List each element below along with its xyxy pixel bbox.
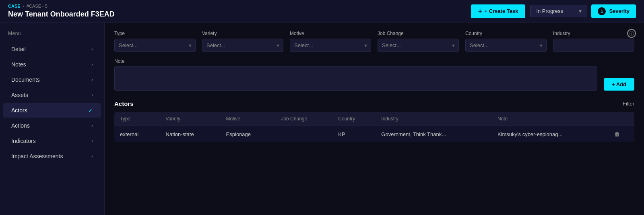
header-left: CASE › #CASE - 5 New Tenant Onboarded F3… xyxy=(8,4,115,19)
sidebar-item-indicators[interactable]: Indicators › xyxy=(3,134,101,148)
variety-label: Variety xyxy=(202,31,283,36)
severity-button[interactable]: 1 Severity xyxy=(591,4,636,18)
severity-label: Severity xyxy=(609,8,630,14)
create-task-button[interactable]: + + Create Task xyxy=(471,4,525,18)
motive-label: Motive xyxy=(290,31,371,36)
filter-button[interactable]: Filter xyxy=(623,101,634,107)
country-label: Country xyxy=(465,31,547,36)
type-label: Type xyxy=(114,31,196,36)
create-task-label: + Create Task xyxy=(484,8,518,14)
sidebar-item-actors-label: Actors xyxy=(11,107,27,114)
sidebar-item-documents[interactable]: Documents › xyxy=(3,72,101,87)
sidebar: Menu Detail › Notes › Documents › Assets… xyxy=(0,23,105,215)
country-select[interactable]: Select... xyxy=(465,39,547,52)
chevron-right-icon: › xyxy=(91,153,93,159)
col-country: Country xyxy=(332,112,376,126)
job-change-select-wrapper: Select... ▼ xyxy=(378,39,459,52)
chevron-right-icon: › xyxy=(91,77,93,83)
sidebar-menu-label: Menu xyxy=(0,31,104,41)
header: CASE › #CASE - 5 New Tenant Onboarded F3… xyxy=(0,0,644,23)
sidebar-item-detail[interactable]: Detail › xyxy=(3,42,101,56)
breadcrumb-case-id: #CASE - 5 xyxy=(27,4,47,8)
sidebar-item-assets-label: Assets xyxy=(11,92,28,98)
col-note: Note xyxy=(492,112,609,126)
actors-table: Type Variety Motive Job Change Country I… xyxy=(114,112,634,142)
actors-section-title: Actors xyxy=(114,100,134,107)
country-select-wrapper: Select... ▼ xyxy=(465,39,547,52)
sidebar-item-detail-label: Detail xyxy=(11,46,26,52)
col-variety: Variety xyxy=(160,112,221,126)
actors-table-head: Type Variety Motive Job Change Country I… xyxy=(114,112,634,126)
check-icon: ✓ xyxy=(88,107,93,114)
sidebar-item-impact-assessments[interactable]: Impact Assessments › xyxy=(3,149,101,163)
col-actions xyxy=(609,112,634,126)
cell-industry: Government, Think Thank... xyxy=(376,126,492,143)
sidebar-item-indicators-label: Indicators xyxy=(11,138,36,144)
severity-count-badge: 1 xyxy=(598,7,606,15)
info-icon[interactable]: ⓘ xyxy=(627,29,636,38)
sidebar-item-impact-assessments-label: Impact Assessments xyxy=(11,153,63,159)
motive-form-group: Motive Select... ▼ xyxy=(290,31,371,52)
industry-input[interactable] xyxy=(553,39,634,52)
sidebar-item-assets[interactable]: Assets › xyxy=(3,88,101,102)
actors-table-header-row: Type Variety Motive Job Change Country I… xyxy=(114,112,634,126)
status-select-wrapper: In Progress Open Closed Resolved ▼ xyxy=(530,5,586,17)
note-textarea[interactable] xyxy=(114,66,597,91)
status-select[interactable]: In Progress Open Closed Resolved xyxy=(530,5,586,17)
breadcrumb: CASE › #CASE - 5 xyxy=(8,4,115,8)
country-form-group: Country Select... ▼ xyxy=(465,31,547,52)
industry-form-group: Industry xyxy=(553,31,634,52)
delete-icon[interactable]: 🗑 xyxy=(614,131,620,137)
cell-note: Kimsuky's cyber-espionag... xyxy=(492,126,609,143)
motive-select-wrapper: Select... ▼ xyxy=(290,39,371,52)
chevron-right-icon: › xyxy=(91,92,93,98)
note-form-group: Note xyxy=(114,58,597,91)
actors-section-header: Actors Filter xyxy=(114,100,634,107)
sidebar-item-actors[interactable]: Actors ✓ xyxy=(3,103,101,118)
job-change-form-group: Job Change Select... ▼ xyxy=(378,31,459,52)
col-industry: Industry xyxy=(376,112,492,126)
job-change-label: Job Change xyxy=(378,31,459,36)
page-title: New Tenant Onboarded F3EAD xyxy=(8,10,115,19)
info-icon-wrapper: ⓘ xyxy=(627,29,636,38)
type-form-group: Type Select... ▼ xyxy=(114,31,196,52)
industry-label: Industry xyxy=(553,31,634,36)
variety-select-wrapper: Select... ▼ xyxy=(202,39,283,52)
breadcrumb-case: CASE xyxy=(8,4,21,8)
type-select[interactable]: Select... xyxy=(114,39,196,52)
cell-job-change xyxy=(275,126,332,143)
table-row: external Nation-state Espionage KP Gover… xyxy=(114,126,634,143)
sidebar-item-actions[interactable]: Actions › xyxy=(3,118,101,133)
chevron-right-icon: › xyxy=(91,123,93,128)
plus-icon: + xyxy=(478,8,482,15)
sidebar-item-documents-label: Documents xyxy=(11,76,40,83)
sidebar-item-notes-label: Notes xyxy=(11,61,26,68)
breadcrumb-chevron-icon: › xyxy=(23,4,24,8)
industry-select-wrapper xyxy=(553,39,634,52)
motive-select[interactable]: Select... xyxy=(290,39,371,52)
actors-table-body: external Nation-state Espionage KP Gover… xyxy=(114,126,634,143)
col-job-change: Job Change xyxy=(275,112,332,126)
cell-motive: Espionage xyxy=(221,126,276,143)
chevron-right-icon: › xyxy=(91,138,93,144)
note-label: Note xyxy=(114,58,597,64)
col-type: Type xyxy=(114,112,160,126)
form-filters-row: Type Select... ▼ Variety Select... ▼ xyxy=(114,31,634,52)
type-select-wrapper: Select... ▼ xyxy=(114,39,196,52)
col-motive: Motive xyxy=(221,112,276,126)
main-layout: Menu Detail › Notes › Documents › Assets… xyxy=(0,23,644,215)
cell-type: external xyxy=(114,126,160,143)
cell-delete: 🗑 xyxy=(609,126,634,143)
variety-form-group: Variety Select... ▼ xyxy=(202,31,283,52)
content-area: ⓘ Type Select... ▼ Variety Select... xyxy=(105,23,644,215)
sidebar-item-actions-label: Actions xyxy=(11,122,30,129)
sidebar-item-notes[interactable]: Notes › xyxy=(3,57,101,72)
chevron-right-icon: › xyxy=(91,62,93,67)
header-right: + + Create Task In Progress Open Closed … xyxy=(471,4,636,18)
cell-variety: Nation-state xyxy=(160,126,221,143)
variety-select[interactable]: Select... xyxy=(202,39,283,52)
add-button[interactable]: + Add xyxy=(604,78,634,91)
cell-country: KP xyxy=(332,126,376,143)
chevron-right-icon: › xyxy=(91,46,93,52)
job-change-select[interactable]: Select... xyxy=(378,39,459,52)
